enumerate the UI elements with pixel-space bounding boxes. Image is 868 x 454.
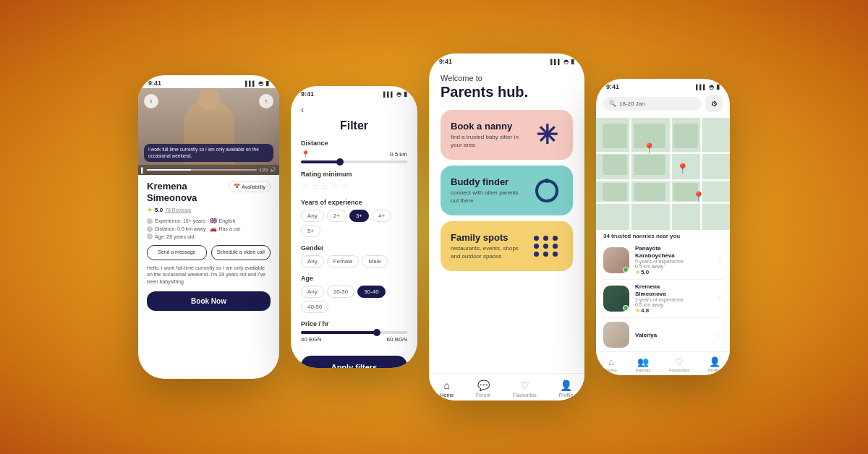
dot-6: [553, 244, 558, 249]
apply-filters-button[interactable]: Apply filters: [301, 356, 407, 368]
slider-fill: [301, 160, 338, 163]
distance-info: Distance: 0.5 km away: [147, 226, 208, 232]
map-block-1: [603, 124, 626, 148]
wifi-icon-4: [709, 83, 714, 90]
hub-title: Parents hub.: [441, 84, 573, 100]
buddy-finder-text: Buddy finder connect with other parents …: [451, 176, 523, 205]
book-now-button[interactable]: Book Now: [147, 291, 271, 311]
experience-icon: [147, 218, 153, 224]
nav4-home[interactable]: ⌂ Home: [605, 356, 617, 372]
buddy-finder-title: Buddy finder: [451, 176, 523, 187]
rating-section: Rating minimum ☆ ☆ ☆ ☆ ☆: [301, 171, 407, 192]
signal-icon-4: [696, 83, 707, 90]
chip-female[interactable]: Female: [327, 255, 359, 267]
availability-badge[interactable]: Availability: [229, 181, 271, 192]
chip-5plus[interactable]: 5+: [301, 225, 320, 237]
nanny-avatar-2: [603, 286, 629, 312]
share-button[interactable]: ↑: [259, 94, 273, 108]
nav4-parents[interactable]: 👥 Parents: [636, 356, 651, 372]
car-icon: 🚗: [210, 226, 217, 232]
profile-name: Kremena Simeonova: [147, 181, 229, 203]
chip-20-30[interactable]: 20-30: [327, 286, 354, 298]
map-block-5: [634, 155, 665, 175]
filter-back-button[interactable]: ‹: [301, 105, 407, 115]
reviews-count[interactable]: 78 Reviews: [165, 207, 191, 213]
profile-icon: 👤: [560, 380, 572, 391]
chip-male[interactable]: Male: [362, 255, 387, 267]
map-pin-2[interactable]: 📍: [676, 163, 689, 174]
profile-header: Kremena Simeonova Availability: [147, 181, 271, 203]
map-block-3: [673, 124, 697, 148]
heart-icon-1[interactable]: ♡: [716, 257, 723, 265]
price-range: 40 BGN 60 BGN: [301, 336, 407, 343]
status-time-4: 9:41: [606, 83, 619, 90]
family-spots-sub: restaurants, events, shops and outdoor s…: [451, 245, 523, 260]
home-content: Welcome to Parents hub. Book a nanny fin…: [429, 67, 584, 313]
family-spots-text: Family spots restaurants, events, shops …: [451, 232, 523, 260]
chip-2plus[interactable]: 2+: [327, 210, 346, 222]
chip-any-exp[interactable]: Any: [301, 210, 324, 222]
road-h3: [596, 202, 730, 204]
nav-favourites[interactable]: ♡ Favourites: [513, 380, 537, 398]
age-info: Age: 28 years old: [147, 234, 208, 239]
nanny-card-3[interactable]: Valeriya ♡: [603, 318, 723, 351]
road-v2: [670, 118, 672, 230]
nav4-favourites[interactable]: ♡ Favourites: [669, 356, 689, 372]
book-nanny-card[interactable]: Book a nanny find a trusted baby sitter …: [441, 110, 573, 160]
chip-any-age[interactable]: Any: [301, 286, 324, 298]
filter-title: Filter: [301, 119, 407, 132]
filter-icon-button[interactable]: ⚙: [705, 95, 723, 112]
status-bar-1: 9:41: [138, 75, 279, 88]
search-box[interactable]: 🔍 18-20 Jan: [603, 97, 701, 111]
star-5: ☆: [341, 181, 349, 192]
nanny-info-1: PanayotaKaraboycheva 5 years of experien…: [635, 245, 710, 275]
buddy-finder-card[interactable]: Buddy finder connect with other parents …: [441, 166, 573, 215]
search-row: 🔍 18-20 Jan ⚙: [603, 95, 723, 112]
map-area[interactable]: 📍 📍 📍: [596, 118, 730, 230]
profile-content: Kremena Simeonova Availability ★ 5.0 78 …: [138, 175, 279, 317]
slider-thumb: [336, 158, 344, 166]
chip-40-50[interactable]: 40-50: [301, 301, 328, 313]
gender-chips: Any Female Male: [301, 255, 407, 267]
bio-text: Hello, I work full-time currently so I a…: [147, 265, 271, 286]
search-input-text: 18-20 Jan: [619, 100, 645, 107]
chip-30-40[interactable]: 30-40: [357, 286, 385, 298]
map-block-6: [603, 183, 626, 201]
hero-person-image: [138, 88, 279, 175]
dot-2: [543, 236, 548, 241]
map-pin-1[interactable]: 📍: [643, 142, 655, 154]
online-dot-1: [623, 267, 629, 273]
chip-any-gender[interactable]: Any: [301, 255, 324, 267]
info-grid: Experience: 10+ years 🇬🇧 English Distanc…: [147, 218, 271, 239]
family-spots-card[interactable]: Family spots restaurants, events, shops …: [441, 221, 573, 271]
chip-4plus[interactable]: 4+: [372, 210, 391, 222]
dot-4: [534, 244, 539, 249]
heart-icon-3[interactable]: ♡: [716, 331, 723, 339]
phone-map: 9:41 🔍 18-20 Jan ⚙: [596, 79, 730, 375]
map-pin-3[interactable]: 📍: [692, 191, 705, 202]
nav-forum[interactable]: 💬 Forum: [476, 380, 490, 398]
dot-9: [553, 252, 558, 257]
send-message-button[interactable]: Send a message: [147, 245, 207, 260]
nav-home[interactable]: ⌂ Home: [440, 380, 454, 398]
nav-profile[interactable]: 👤 Profile: [559, 380, 574, 398]
status-bar-4: 9:41: [596, 79, 730, 92]
nanny-card-1[interactable]: PanayotaKaraboycheva 5 years of experien…: [603, 241, 723, 280]
back-button[interactable]: ‹: [144, 94, 158, 108]
heart-icon-2[interactable]: ♡: [716, 295, 723, 303]
svg-text:✳: ✳: [536, 121, 558, 150]
gender-label: Gender: [301, 244, 407, 252]
nanny-name-2: KremenaSimeonova: [635, 283, 710, 297]
nanny-avatar-3: [603, 322, 629, 348]
nanny-rating-2: ★ 4.8: [635, 307, 710, 314]
nav4-profile[interactable]: 👤 Profile: [708, 356, 720, 372]
distance-label: Distance: [301, 140, 407, 147]
nanny-card-2[interactable]: KremenaSimeonova 2 years of experience 0…: [603, 280, 723, 318]
distance-slider[interactable]: [301, 160, 407, 163]
road-h2: [596, 179, 730, 181]
price-slider[interactable]: [301, 331, 407, 334]
rating-stars[interactable]: ☆ ☆ ☆ ☆ ☆: [301, 181, 407, 192]
star-mini-2: ★: [635, 307, 640, 314]
schedule-call-button[interactable]: Schedule a video call: [211, 245, 271, 260]
chip-3plus[interactable]: 3+: [349, 210, 369, 222]
